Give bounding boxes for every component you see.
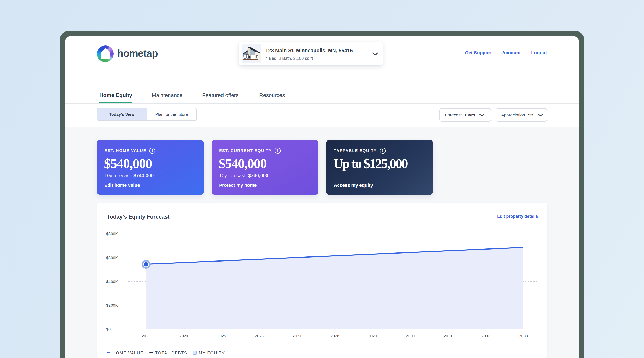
svg-text:$800K: $800K — [106, 232, 118, 236]
svg-text:$600K: $600K — [106, 256, 118, 260]
svg-text:2030: 2030 — [406, 334, 414, 338]
svg-text:HOME VALUE: HOME VALUE — [112, 351, 143, 355]
svg-text:2026: 2026 — [255, 334, 264, 338]
svg-text:$400K: $400K — [106, 279, 118, 284]
svg-text:2028: 2028 — [330, 334, 339, 338]
svg-text:2024: 2024 — [179, 334, 188, 338]
svg-text:2031: 2031 — [444, 334, 452, 338]
svg-text:2033: 2033 — [519, 334, 528, 338]
svg-text:2032: 2032 — [481, 334, 490, 338]
svg-text:2023: 2023 — [142, 334, 150, 338]
svg-text:2025: 2025 — [217, 334, 226, 338]
svg-text:2029: 2029 — [368, 334, 377, 338]
svg-text:MY EQUITY: MY EQUITY — [199, 351, 225, 355]
svg-text:2027: 2027 — [292, 334, 302, 338]
svg-text:$200K: $200K — [106, 303, 118, 307]
svg-text:$0: $0 — [106, 327, 111, 331]
svg-text:TOTAL DEBTS: TOTAL DEBTS — [155, 351, 187, 355]
